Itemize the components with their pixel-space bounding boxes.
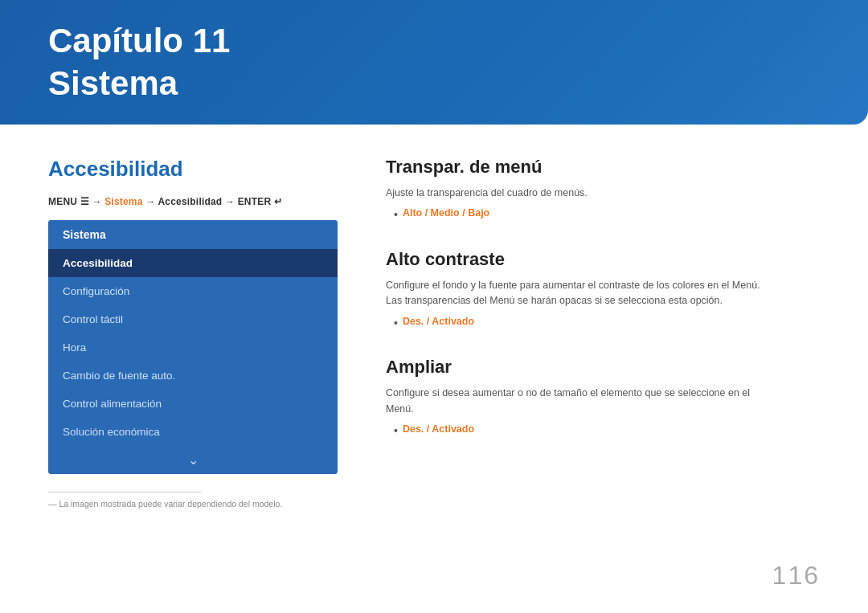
header-banner: Capítulo 11 Sistema <box>0 0 868 125</box>
section-transpar-bullet: • Alto / Medio / Bajo <box>394 207 820 223</box>
page-number: 116 <box>772 561 820 591</box>
system-link: Sistema <box>104 196 142 207</box>
left-column: Accesibilidad MENU ☰ → Sistema → Accesib… <box>48 157 338 509</box>
menu-panel: Sistema Accesibilidad Configuración Cont… <box>48 220 338 474</box>
transpar-options: Alto / Medio / Bajo <box>403 207 489 219</box>
section-ampliar: Ampliar Configure si desea aumentar o no… <box>386 357 820 439</box>
arrow2: → Accesibilidad → ENTER <box>143 196 274 207</box>
section-alto-contraste-desc: Configure el fondo y la fuente para aume… <box>386 278 772 309</box>
section-ampliar-bullet: • Des. / Activado <box>394 423 820 439</box>
menu-path: MENU ☰ → Sistema → Accesibilidad → ENTER… <box>48 196 338 207</box>
section-transpar: Transpar. de menú Ajuste la transparenci… <box>386 157 820 223</box>
section-alto-contraste-title: Alto contraste <box>386 249 820 270</box>
section-transpar-desc: Ajuste la transparencia del cuadro de me… <box>386 186 772 201</box>
menu-item-control-alimentacion[interactable]: Control alimentación <box>48 390 338 418</box>
menu-panel-footer: ⌄ <box>48 446 338 474</box>
menu-item-accesibilidad[interactable]: Accesibilidad <box>48 249 338 277</box>
header-title: Capítulo 11 Sistema <box>48 20 230 104</box>
menu-icon: ☰ <box>80 196 89 207</box>
right-column: Transpar. de menú Ajuste la transparenci… <box>386 157 820 509</box>
main-content: Accesibilidad MENU ☰ → Sistema → Accesib… <box>0 125 868 509</box>
menu-panel-header: Sistema <box>48 220 338 249</box>
scroll-down-icon: ⌄ <box>188 452 199 468</box>
menu-label: MENU <box>48 196 80 207</box>
arrow1: → <box>89 196 104 207</box>
footnote: ― La imagen mostrada puede variar depend… <box>48 499 338 509</box>
bullet-dot-3: • <box>394 423 398 439</box>
section-alto-contraste-bullet: • Des. / Activado <box>394 316 820 332</box>
section-ampliar-desc: Configure si desea aumentar o no de tama… <box>386 386 772 417</box>
section-title: Accesibilidad <box>48 157 338 182</box>
header-title-line1: Capítulo 11 <box>48 22 230 59</box>
footnote-divider <box>48 492 201 492</box>
ampliar-options: Des. / Activado <box>403 423 474 435</box>
bullet-dot-1: • <box>394 207 398 223</box>
menu-item-solucion-economica[interactable]: Solución económica <box>48 418 338 446</box>
enter-icon: ↵ <box>274 196 282 207</box>
menu-item-configuracion[interactable]: Configuración <box>48 277 338 305</box>
header-title-line2: Sistema <box>48 64 178 102</box>
bullet-dot-2: • <box>394 316 398 332</box>
section-alto-contraste: Alto contraste Configure el fondo y la f… <box>386 249 820 331</box>
alto-contraste-options: Des. / Activado <box>403 316 474 327</box>
section-transpar-title: Transpar. de menú <box>386 157 820 178</box>
menu-item-control-tactil[interactable]: Control táctil <box>48 305 338 333</box>
menu-item-hora[interactable]: Hora <box>48 333 338 362</box>
menu-item-cambio-fuente[interactable]: Cambio de fuente auto. <box>48 362 338 390</box>
section-ampliar-title: Ampliar <box>386 357 820 378</box>
